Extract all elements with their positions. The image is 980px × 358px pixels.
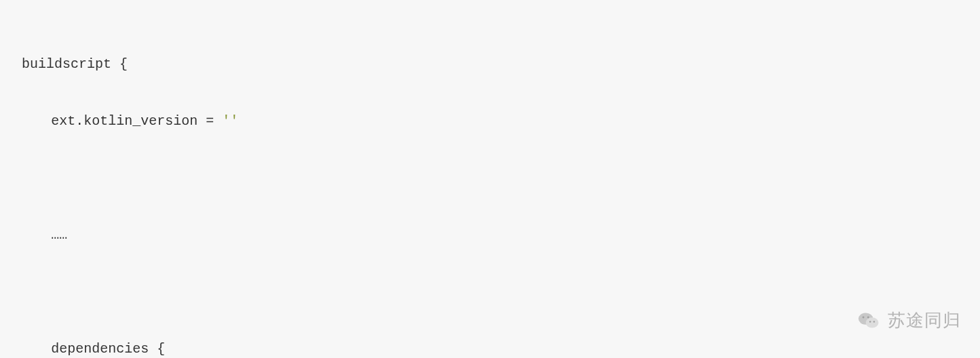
watermark-text: 苏途同归: [888, 302, 961, 339]
watermark: 苏途同归: [856, 302, 961, 339]
code-string: '': [222, 113, 238, 129]
code-line: buildscript {: [22, 50, 980, 79]
code-token: ext.kotlin_version =: [51, 113, 222, 129]
code-line-blank: [22, 164, 980, 193]
svg-point-3: [867, 316, 869, 318]
code-ellipsis: ……: [51, 227, 67, 243]
svg-point-1: [866, 317, 879, 327]
code-line: ext.kotlin_version = '': [22, 107, 980, 136]
code-line-blank: [22, 278, 980, 306]
code-line: ……: [22, 221, 980, 250]
code-token: buildscript {: [22, 56, 128, 72]
svg-point-2: [863, 316, 865, 318]
code-block: buildscript { ext.kotlin_version = '' ………: [22, 22, 980, 358]
wechat-icon: [856, 309, 881, 333]
code-line: dependencies {: [22, 335, 980, 358]
svg-point-5: [873, 321, 875, 323]
code-token: dependencies {: [51, 341, 165, 357]
svg-point-4: [869, 321, 871, 323]
